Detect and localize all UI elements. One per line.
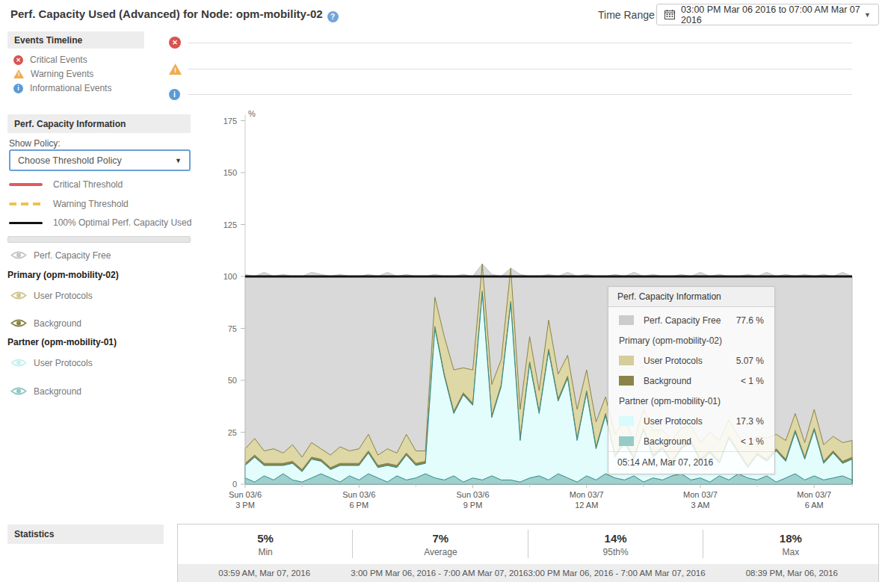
perf-capacity-info-header: Perf. Capacity Information xyxy=(7,114,191,133)
x-tick-label: 6 PM xyxy=(349,501,369,510)
stat-average: 7% Average xyxy=(353,524,528,564)
page-title: Perf. Capacity Used (Advanced) for Node:… xyxy=(10,7,339,22)
tooltip-timestamp: 05:14 AM, Mar 07, 2016 xyxy=(608,451,774,474)
y-tick-label: 150 xyxy=(223,168,237,177)
y-tick-label: 75 xyxy=(228,324,237,333)
x-tick-label: Mon 03/7 xyxy=(570,490,604,499)
stat-max-detail: 08:39 PM, Mar 06, 2016 xyxy=(706,569,878,578)
warning-triangle-icon: ! xyxy=(13,69,24,78)
stat-95th-value: 14% xyxy=(528,532,703,545)
legend-scrollbar[interactable] xyxy=(7,236,191,243)
primary-bg-swatch xyxy=(619,376,634,386)
legend-info-label: Informational Events xyxy=(30,83,111,93)
chart-tooltip: Perf. Capacity Information Perf. Capacit… xyxy=(608,286,775,474)
legend-info-events: i Informational Events xyxy=(13,83,111,93)
legend-primary-user-protocols[interactable]: User Protocols xyxy=(10,290,93,301)
y-tick-label: 0 xyxy=(232,480,237,489)
stat-average-value: 7% xyxy=(353,532,528,545)
legend-partner-background[interactable]: Background xyxy=(10,386,81,397)
threshold-policy-value: Choose Threshold Policy xyxy=(18,155,122,166)
tooltip-title: Perf. Capacity Information xyxy=(608,287,774,307)
stat-min: 5% Min xyxy=(178,524,353,564)
y-tick-label: 100 xyxy=(223,272,237,281)
tooltip-row-primary-bg: Background < 1 % xyxy=(608,371,774,391)
stat-min-label: Min xyxy=(178,547,353,557)
legend-free-label: Perf. Capacity Free xyxy=(34,250,111,261)
warning-threshold-label: Warning Threshold xyxy=(53,199,129,209)
x-tick-label: 6 AM xyxy=(805,501,824,510)
chevron-down-icon: ▼ xyxy=(864,11,871,19)
warning-lane-icon: ! xyxy=(169,64,182,75)
stat-95th-label: 95th% xyxy=(528,547,703,557)
help-icon[interactable]: ? xyxy=(327,11,339,22)
events-timeline-header: Events Timeline xyxy=(7,31,144,49)
y-tick-label: 25 xyxy=(228,428,237,437)
info-lane-icon: i xyxy=(169,89,180,100)
y-tick-label: 50 xyxy=(228,376,237,385)
perf-capacity-page: Perf. Capacity Used (Advanced) for Node:… xyxy=(0,0,885,588)
eye-icon xyxy=(10,357,27,368)
legend-partner-bg-label: Background xyxy=(34,386,81,397)
optimal-line-label: 100% Optimal Perf. Capacity Used xyxy=(53,217,191,228)
info-circle-icon: i xyxy=(13,84,23,93)
x-tick-label: Sun 03/6 xyxy=(229,490,262,499)
stat-max-label: Max xyxy=(703,547,878,557)
legend-partner-user-protocols[interactable]: User Protocols xyxy=(10,357,93,368)
tooltip-row-partner-user: User Protocols 17.3 % xyxy=(608,411,774,431)
eye-icon xyxy=(10,290,27,301)
critical-circle-x-icon: ✕ xyxy=(13,55,23,65)
optimal-line-legend: 100% Optimal Perf. Capacity Used xyxy=(9,217,191,228)
y-tick-label: 175 xyxy=(223,117,237,126)
tooltip-row-primary-user: User Protocols 5.07 % xyxy=(608,350,774,371)
partner-bg-swatch xyxy=(619,436,634,446)
free-swatch xyxy=(619,315,634,325)
stat-average-detail: 3:00 PM Mar 06, 2016 - 7:00 AM Mar 07, 2… xyxy=(351,569,528,578)
stat-95th: 14% 95th% xyxy=(528,524,703,564)
x-tick-label: 9 PM xyxy=(463,501,483,510)
page-title-text: Perf. Capacity Used (Advanced) for Node:… xyxy=(10,7,323,20)
stat-min-detail: 03:59 AM, Mar 07, 2016 xyxy=(178,569,351,578)
partner-bg-value: < 1 % xyxy=(741,436,764,447)
stat-95th-detail: 3:00 PM Mar 06, 2016 - 7:00 AM Mar 07, 2… xyxy=(528,569,706,578)
tooltip-partner-group: Partner (opm-mobility-01) xyxy=(608,391,774,411)
legend-primary-background[interactable]: Background xyxy=(10,318,81,329)
x-tick-label: 3 PM xyxy=(235,501,255,510)
time-range-label: Time Range xyxy=(598,9,655,21)
eye-icon xyxy=(10,318,27,329)
partner-group-label: Partner (opm-mobility-01) xyxy=(7,337,117,347)
eye-icon xyxy=(10,386,27,397)
threshold-policy-dropdown[interactable]: Choose Threshold Policy ▼ xyxy=(9,149,191,171)
warning-threshold-legend: Warning Threshold xyxy=(9,199,129,209)
legend-partner-user-label: User Protocols xyxy=(34,358,93,368)
tooltip-primary-group: Primary (opm-mobility-02) xyxy=(608,330,774,350)
critical-lane-icon: ✕ xyxy=(169,37,181,49)
y-tick-label: 125 xyxy=(223,220,237,229)
primary-bg-value: < 1 % xyxy=(741,376,764,386)
legend-warning-events: ! Warning Events xyxy=(13,69,93,79)
stat-max: 18% Max xyxy=(703,524,878,564)
free-value: 77.6 % xyxy=(736,315,764,326)
legend-warning-label: Warning Events xyxy=(31,69,93,79)
critical-events-lane xyxy=(188,43,852,43)
info-events-lane xyxy=(188,94,852,95)
eye-icon xyxy=(10,250,27,261)
calendar-icon xyxy=(664,10,675,19)
partner-user-swatch xyxy=(619,416,634,426)
x-tick-label: Sun 03/6 xyxy=(342,490,375,499)
legend-perf-capacity-free[interactable]: Perf. Capacity Free xyxy=(10,250,111,261)
legend-primary-user-label: User Protocols xyxy=(34,291,93,301)
stat-min-value: 5% xyxy=(178,532,353,545)
x-tick-label: Mon 03/7 xyxy=(797,490,831,499)
time-range-dropdown[interactable]: 03:00 PM Mar 06 2016 to 07:00 AM Mar 07 … xyxy=(656,4,879,25)
warning-threshold-line-swatch xyxy=(9,202,43,205)
primary-user-swatch xyxy=(619,356,634,365)
show-policy-label: Show Policy: xyxy=(9,138,61,149)
tooltip-row-free: Perf. Capacity Free 77.6 % xyxy=(608,310,774,330)
primary-group-label: Primary (opm-mobility-02) xyxy=(7,270,119,280)
statistics-panel: 5% Min 7% Average 14% 95th% 18% Max 03:5… xyxy=(177,524,879,582)
x-tick-label: 12 AM xyxy=(575,501,598,510)
time-range-value: 03:00 PM Mar 06 2016 to 07:00 AM Mar 07 … xyxy=(681,4,864,25)
perf-capacity-chart[interactable]: 0255075100125150175%Sun 03/63 PMSun 03/6… xyxy=(209,105,885,523)
critical-threshold-legend: Critical Threshold xyxy=(9,179,123,190)
warning-events-lane xyxy=(188,69,852,69)
